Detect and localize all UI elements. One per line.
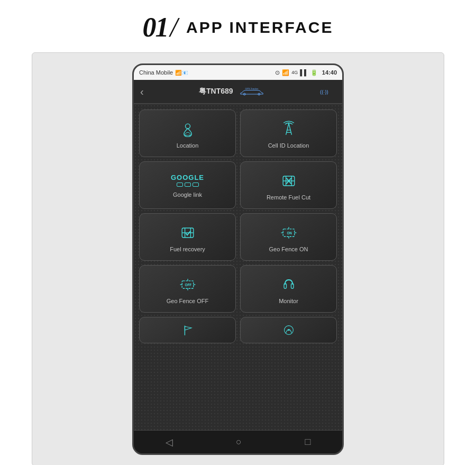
- bottom-nav: ◁ ○ □: [134, 430, 342, 453]
- tile-monitor[interactable]: Monitor: [240, 265, 337, 313]
- signal-icon: ((·)): [320, 85, 336, 98]
- tile-row-5-partial: [139, 317, 337, 343]
- tile-fuel-recovery-label: Fuel recovery: [170, 245, 205, 253]
- svg-text:((·)): ((·)): [320, 88, 328, 94]
- main-content: Location Cell ID Location: [134, 104, 342, 430]
- fuel-cut-icon: [279, 171, 298, 190]
- tile-partial-2[interactable]: [240, 317, 337, 343]
- tile-location[interactable]: Location: [139, 110, 236, 157]
- dial-icon: [281, 323, 296, 338]
- carrier-icons: 📶📧: [175, 70, 188, 76]
- tile-geo-fence-on-label: Geo Fence ON: [269, 245, 308, 253]
- header-number: 01: [143, 14, 168, 41]
- tile-row-1: Location Cell ID Location: [139, 110, 337, 157]
- monitor-icon: [279, 275, 298, 294]
- tile-google-link[interactable]: GOOGLE Google link: [139, 161, 236, 209]
- tile-partial-1[interactable]: [139, 317, 236, 343]
- back-button[interactable]: ‹: [140, 86, 144, 98]
- svg-text:GPS Tracker: GPS Tracker: [245, 87, 258, 90]
- phone-mockup: China Mobile 📶📧 ⊙ 📶 4G ▌▌ 🔋 14:40 ‹ 粤TNT…: [132, 63, 344, 455]
- tile-fuel-recovery[interactable]: Fuel recovery: [139, 213, 236, 261]
- status-time: 14:40: [322, 69, 337, 76]
- svg-point-5: [185, 135, 186, 136]
- tile-geo-fence-off[interactable]: OFF Geo Fence OFF: [139, 265, 236, 313]
- status-right-icons: ⊙ 📶 4G ▌▌ 🔋 14:40: [275, 69, 337, 76]
- home-nav-button[interactable]: ○: [225, 432, 252, 452]
- geo-fence-off-icon: OFF: [178, 275, 197, 294]
- tile-google-label: Google link: [173, 191, 202, 198]
- page-header: 01 / APP INTERFACE: [143, 12, 334, 43]
- back-nav-button[interactable]: ◁: [155, 432, 184, 452]
- header-slash: /: [170, 12, 178, 43]
- tile-row-3: Fuel recovery ON Geo Fenc: [139, 213, 337, 261]
- header-title: APP INTERFACE: [186, 19, 334, 37]
- geo-fence-on-icon: ON: [279, 223, 298, 242]
- nav-center: 粤TNT689 GPS Tracker: [199, 86, 265, 97]
- svg-line-7: [286, 123, 288, 135]
- fuel-recovery-icon: [178, 223, 197, 242]
- flag-icon: [180, 323, 195, 338]
- device-id-label: 粤TNT689: [199, 87, 233, 96]
- status-bar: China Mobile 📶📧 ⊙ 📶 4G ▌▌ 🔋 14:40: [134, 65, 342, 80]
- gps-tracker-logo: GPS Tracker: [239, 86, 265, 97]
- cell-tower-icon: [279, 120, 298, 139]
- carrier-label: China Mobile 📶📧: [139, 69, 188, 76]
- svg-text:ON: ON: [287, 231, 292, 235]
- tile-location-label: Location: [177, 142, 199, 149]
- tile-cell-id-label: Cell ID Location: [268, 142, 309, 149]
- svg-line-8: [289, 123, 291, 135]
- tile-fuel-cut-label: Remote Fuel Cut: [267, 194, 310, 201]
- tile-monitor-label: Monitor: [279, 297, 298, 305]
- tile-geo-fence-off-label: Geo Fence OFF: [167, 297, 208, 305]
- recent-nav-button[interactable]: □: [294, 432, 321, 452]
- tile-fuel-cut[interactable]: Remote Fuel Cut: [240, 161, 337, 209]
- svg-point-6: [189, 135, 190, 136]
- outer-frame: China Mobile 📶📧 ⊙ 📶 4G ▌▌ 🔋 14:40 ‹ 粤TNT…: [32, 52, 444, 465]
- google-icon-group: GOOGLE: [171, 174, 204, 187]
- tile-row-2: GOOGLE Google link: [139, 161, 337, 209]
- car-icon: GPS Tracker: [239, 86, 265, 97]
- svg-text:OFF: OFF: [185, 283, 191, 287]
- nav-bar: ‹ 粤TNT689 GPS Tracker ((·)): [134, 80, 342, 104]
- tile-cell-id[interactable]: Cell ID Location: [240, 110, 337, 157]
- svg-point-4: [185, 124, 190, 129]
- tile-geo-fence-on[interactable]: ON Geo Fence ON: [240, 213, 337, 261]
- tile-row-4: OFF Geo Fence OFF: [139, 265, 337, 313]
- svg-point-37: [288, 330, 289, 331]
- location-icon: [178, 120, 197, 139]
